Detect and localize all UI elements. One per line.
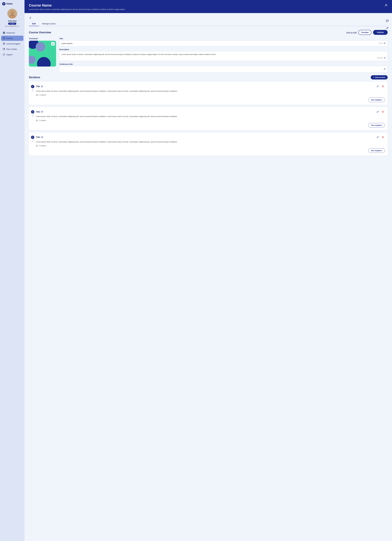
plus-icon: + — [373, 76, 374, 78]
section-number-1: 2 — [31, 110, 34, 114]
tabs-row: Edit Manage access — [29, 21, 388, 26]
save-draft-button[interactable]: Save as draft — [346, 31, 357, 33]
svg-rect-23 — [382, 86, 384, 87]
svg-rect-7 — [4, 32, 5, 33]
description-field-label: Description — [59, 48, 388, 51]
see-chapters-button-1[interactable]: See chapters — [368, 123, 385, 127]
header-user-icon[interactable] — [385, 4, 388, 7]
tab-manage-access[interactable]: Manage access — [39, 21, 59, 26]
svg-line-22 — [387, 27, 388, 28]
drag-handle-0[interactable] — [32, 89, 33, 91]
edit-icon-btn[interactable] — [385, 26, 390, 31]
section-left-0: 1 — [31, 84, 34, 91]
sidebar-item-nuggets-label: Learning Nuggets — [6, 43, 20, 45]
svg-rect-8 — [3, 33, 4, 34]
section-number-2: 3 — [31, 136, 34, 139]
title-char-count: 12/70 — [379, 42, 383, 44]
description-field-value: Lorem ipsum dolor sit amet, consectetur … — [61, 53, 386, 56]
back-button[interactable] — [29, 16, 32, 19]
section-title-left-0: Title i — [36, 85, 43, 88]
learning-nuggets-icon — [3, 42, 5, 45]
page-header: Course Name Lorem ipsum dolor sit amet, … — [25, 0, 392, 13]
section-actions-right-2 — [376, 135, 385, 139]
see-chapters-button-2[interactable]: See chapters — [368, 148, 385, 153]
section-edit-button-0[interactable] — [376, 84, 380, 88]
files-media-icon — [3, 48, 5, 50]
title-edit-icon[interactable] — [384, 42, 386, 45]
section-delete-button-2[interactable] — [381, 135, 385, 139]
section-number-0: 1 — [31, 85, 34, 88]
conference-link-edit-icon[interactable] — [384, 68, 386, 70]
section-card: 3 Title i — [29, 132, 388, 156]
section-title-row-2: Title i — [36, 135, 385, 139]
sidebar-item-courses[interactable]: Courses — [1, 36, 23, 41]
sidebar: Validu John Doe Creator john.doe@gmail.c… — [0, 0, 25, 541]
description-char-count: 200/200 — [377, 57, 383, 59]
sections-title: Sections — [29, 76, 40, 79]
thumbnail-box[interactable] — [29, 41, 56, 67]
description-edit-icon[interactable] — [384, 57, 386, 59]
section-content-0: Title i — [36, 84, 385, 102]
drag-handle-2[interactable] — [32, 140, 33, 142]
svg-rect-33 — [382, 111, 384, 113]
page-description: Lorem ipsum dolor sit amet, consectetur … — [29, 8, 125, 10]
see-chapters-button-0[interactable]: See chapters — [368, 98, 385, 102]
section-edit-button-2[interactable] — [376, 135, 380, 139]
page-title: Course Name — [29, 3, 125, 7]
sidebar-nav: Dashboard Courses Learning — [0, 30, 25, 57]
course-overview-title: Course Overview — [29, 31, 51, 34]
section-title-text-0: Title — [36, 85, 40, 88]
sidebar-item-learning-nuggets[interactable]: Learning Nuggets — [1, 41, 23, 46]
section-actions-right-1 — [376, 110, 385, 114]
svg-rect-17 — [3, 48, 4, 50]
section-description-2: Lorem ipsum dolor sit amet, consectetur … — [36, 140, 385, 143]
logo: Validu — [0, 2, 13, 5]
right-panel-icons — [383, 16, 392, 33]
sidebar-item-support[interactable]: Support — [1, 52, 23, 57]
section-left-2: 3 — [31, 135, 34, 142]
title-field-label: Title — [59, 37, 388, 40]
logo-text: Validu — [6, 3, 13, 5]
svg-rect-10 — [3, 37, 5, 39]
avatar — [7, 9, 17, 19]
section-info-icon-2[interactable]: i — [41, 136, 43, 138]
thumbnail-edit-icon[interactable] — [51, 42, 55, 46]
section-info-icon-1[interactable]: i — [41, 111, 43, 113]
section-delete-button-0[interactable] — [381, 84, 385, 88]
thumbnail-shape-2 — [36, 42, 45, 52]
tab-edit[interactable]: Edit — [29, 21, 39, 26]
sidebar-item-files-label: Files & Media — [6, 48, 17, 50]
section-card: 2 Title i — [29, 107, 388, 130]
chapters-count-1: 2 chapters — [36, 120, 385, 121]
sidebar-item-dashboard[interactable]: Dashboard — [1, 30, 23, 35]
section-description-1: Lorem ipsum dolor sit amet, consectetur … — [36, 115, 385, 118]
thumbnail-label: Thumbnail — [29, 37, 56, 40]
sidebar-item-dashboard-label: Dashboard — [6, 32, 15, 34]
drag-handle-1[interactable] — [32, 114, 33, 117]
section-actions-right-0 — [376, 84, 385, 88]
chapters-count-0: 2 chapters — [36, 94, 385, 96]
fields-column: Title Lorem ipsum. 12/70 — [59, 37, 388, 73]
preview-button[interactable]: Preview — [358, 30, 371, 35]
svg-rect-6 — [3, 32, 4, 33]
title-field-box: Lorem ipsum. 12/70 — [59, 40, 388, 46]
course-form-row: Thumbnail Title — [29, 37, 388, 73]
thumbnail-shape-3 — [37, 57, 51, 67]
add-section-button[interactable]: + Add section — [371, 75, 388, 79]
title-field-value: Lorem ipsum. — [61, 42, 73, 45]
section-title-text-2: Title — [36, 136, 40, 138]
comments-icon-btn[interactable] — [385, 19, 390, 23]
section-left-1: 2 — [31, 110, 34, 117]
svg-rect-9 — [4, 33, 5, 34]
section-edit-button-1[interactable] — [376, 110, 380, 114]
user-role-badge: Creator — [8, 23, 16, 25]
section-content-2: Title i — [36, 135, 385, 153]
section-info-icon-0[interactable]: i — [41, 85, 43, 88]
section-title-text-1: Title — [36, 111, 40, 113]
section-delete-button-1[interactable] — [381, 110, 385, 114]
thumbnail-column: Thumbnail — [29, 37, 56, 73]
course-overview-header: Course Overview Save as draft Preview Pu… — [29, 30, 388, 35]
sidebar-item-files-media[interactable]: Files & Media — [1, 47, 23, 52]
conference-link-box — [59, 66, 388, 73]
avatar-image — [7, 9, 17, 19]
